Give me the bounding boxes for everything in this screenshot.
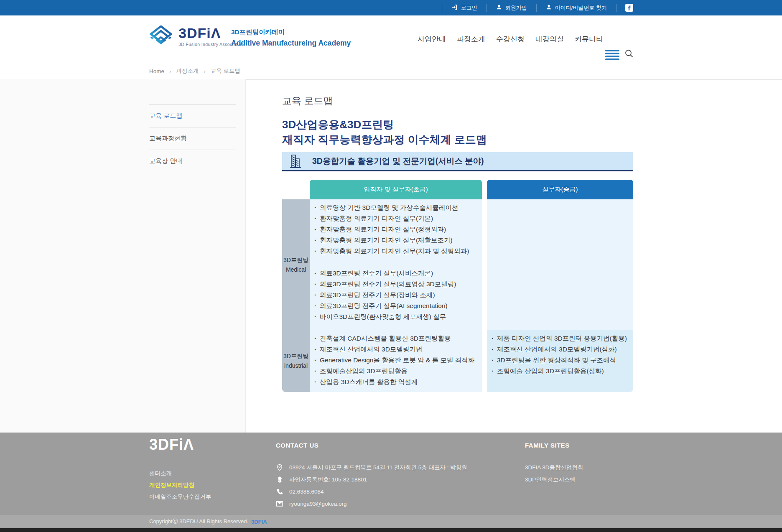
nav-item-community[interactable]: 커뮤니티 — [575, 34, 603, 44]
map-pin-icon — [276, 464, 283, 471]
contact-email-row: ryounga93@gokea.org — [276, 498, 467, 510]
phone-icon — [276, 489, 283, 495]
signup-label: 회원가입 — [505, 4, 527, 12]
footer-link-no-email[interactable]: 이메일주소무단수집거부 — [149, 491, 211, 503]
facebook-icon[interactable] — [625, 4, 633, 12]
course-item: Generative Design을 활용한 로봇 암 & 툴 모델 최적화 — [310, 355, 482, 366]
building-icon — [290, 154, 301, 168]
row-label-medical: 3D프린팅 Medical — [282, 199, 310, 330]
course-item: 의료3D프린팅 전주기 실무(AI segmentation) — [310, 300, 482, 311]
course-item: 제조혁신 산업에서의 3D모델링기법(심화) — [487, 344, 633, 355]
course-item: 환자맞춤형 의료기기 디자인 실무(치과 및 성형외과) — [310, 246, 482, 257]
user-icon — [546, 4, 552, 11]
family-link-3dp[interactable]: 3DP인력정보시스템 — [525, 473, 583, 486]
footer-family-sites: FAMILY SITES 3DFIA 3D융합산업협회 3DP인력정보시스템 — [525, 442, 583, 486]
search-icon[interactable] — [624, 49, 634, 60]
breadcrumb-courses[interactable]: 과정소개 — [176, 67, 199, 75]
footer-contact: CONTACT US 03924 서울시 마포구 월드컵북로 54길 11 전자… — [276, 442, 467, 510]
topbar-divider — [616, 4, 616, 12]
industrial-beginner-cell: 건축설계 CAD시스템을 활용한 3D프린팅활용제조혁신 산업에서의 3D모델링… — [310, 330, 482, 392]
breadcrumb-current: 교육 로드맵 — [211, 67, 240, 75]
top-utility-bar: 로그인 회원가입 아이디/비밀번호 찾기 — [0, 0, 782, 15]
row-label-industrial-line1: 3D프린팅 — [283, 351, 308, 361]
course-item: 건축설계 CAD시스템을 활용한 3D프린팅활용 — [310, 333, 482, 344]
medical-beginner-cell: 의료영상 기반 3D모델링 및 가상수술시뮬레이션환자맞춤형 의료기기 디자인 … — [310, 199, 482, 330]
industry-banner: 3D융합기술 활용기업 및 전문기업(서비스 분야) — [282, 152, 633, 171]
site-footer: 3DFiΛ 센터소개 개인정보처리방침 이메일주소무단수집거부 CONTACT … — [0, 433, 782, 515]
contact-address-row: 03924 서울시 마포구 월드컵북로 54길 11 전자회관 5층 대표자 :… — [276, 461, 467, 473]
course-item: 의료영상 기반 3D모델링 및 가상수술시뮬레이션 — [310, 202, 482, 213]
login-icon — [451, 4, 458, 12]
license-icon — [276, 476, 283, 483]
roadmap-heading: 3D산업응용&3D프린팅 재직자 직무능력향상과정 이수체계 로드맵 — [282, 117, 487, 147]
contact-license: 사업자등록번호: 105-82-18801 — [289, 476, 367, 484]
industrial-intermediate-cell: 제품 디자인 산업의 3D프린터 응용기법(활용)제조혁신 산업에서의 3D모델… — [487, 330, 633, 392]
course-item: 환자맞춤형 의료기기 디자인 실무(기본) — [310, 213, 482, 224]
menu-icon[interactable] — [605, 50, 619, 61]
academy-title: 3D프린팅아카데미 Additive Manufactureing Academ… — [231, 28, 351, 48]
contact-phone-row: 02.6388.6084 — [276, 486, 467, 498]
course-item: 제조혁신 산업에서의 3D모델링기법 — [310, 344, 482, 355]
row-label-medical-line2: Medical — [286, 265, 306, 275]
medical-intermediate-cell — [487, 199, 633, 330]
find-account-link[interactable]: 아이디/비밀번호 찾기 — [536, 4, 616, 12]
footer-links: 센터소개 개인정보처리방침 이메일주소무단수집거부 — [149, 468, 211, 503]
row-label-column: 3D프린팅 Medical 3D프린팅 industrial — [282, 199, 310, 392]
roadmap-heading-line1: 3D산업응용&3D프린팅 — [282, 117, 487, 132]
login-link[interactable]: 로그인 — [442, 4, 487, 12]
course-item: 의료3D프린팅 전주기 실무(장비와 소재) — [310, 290, 482, 300]
course-item: 조형예술 산업의 3D프린팅활용(심화) — [487, 366, 633, 377]
signup-link[interactable]: 회원가입 — [487, 4, 536, 12]
course-item: 환자맞춤형 의료기기 디자인 실무(재활보조기) — [310, 235, 482, 246]
breadcrumb-bar: Home › 과정소개 › 교육 로드맵 — [0, 63, 782, 80]
contact-address: 03924 서울시 마포구 월드컵북로 54길 11 전자회관 5층 대표자 :… — [289, 464, 467, 471]
course-item: 의료3D프린팅 전주기 실무(의료영상 3D모델링) — [310, 279, 482, 290]
nav-item-classroom[interactable]: 내강의실 — [535, 34, 564, 44]
copyright-brand: 3DFIA — [251, 519, 267, 525]
course-item: 조형예술산업의 3D프린팅활용 — [310, 366, 482, 377]
nav-item-enroll[interactable]: 수강신청 — [496, 34, 525, 44]
course-item: 바이오3D프린팅(환자맞춤형 세포재생) 실무 — [310, 311, 482, 322]
course-item — [310, 257, 482, 268]
sidebar-menu: 교육 로드맵 교육과정현황 교육장 안내 — [149, 104, 236, 172]
page-title: 교육 로드맵 — [282, 94, 333, 107]
family-link-3dfia[interactable]: 3DFIA 3D융합산업협회 — [525, 461, 583, 473]
academy-title-english: Additive Manufactureing Academy — [231, 39, 351, 48]
site-logo[interactable]: 3DFiΛ 3D Fusion Industry Association — [149, 25, 244, 51]
sidebar-panel: 교육 로드맵 교육과정현황 교육장 안내 — [0, 79, 246, 433]
mail-icon — [276, 501, 283, 507]
main-nav: 사업안내 과정소개 수강신청 내강의실 커뮤니티 — [418, 15, 603, 63]
contact-license-row: 사업자등록번호: 105-82-18801 — [276, 473, 467, 486]
course-item: 산업용 3D스캐너를 활용한 역설계 — [310, 377, 482, 387]
nav-item-courses[interactable]: 과정소개 — [457, 34, 485, 44]
footer-link-about[interactable]: 센터소개 — [149, 468, 211, 479]
academy-title-korean: 3D프린팅아카데미 — [231, 28, 351, 37]
contact-phone: 02.6388.6084 — [289, 489, 324, 495]
breadcrumb: Home › 과정소개 › 교육 로드맵 — [149, 63, 240, 79]
login-label: 로그인 — [461, 4, 477, 12]
row-label-industrial-line2: industrial — [284, 361, 308, 371]
find-account-label: 아이디/비밀번호 찾기 — [555, 4, 607, 12]
contact-rows: 03924 서울시 마포구 월드컵북로 54길 11 전자회관 5층 대표자 :… — [276, 461, 467, 510]
site-header: 3DFiΛ 3D Fusion Industry Association 3D프… — [0, 15, 782, 63]
roadmap-table: 입직자 및 실무자(초급) 실무자(중급) 3D프린팅 Medical 3D프린… — [282, 180, 633, 392]
course-item: 제품 디자인 산업의 3D프린터 응용기법(활용) — [487, 333, 633, 344]
course-item: 환자맞춤형 의료기기 디자인 실무(정형외과) — [310, 224, 482, 235]
course-item: 의료3D프린팅 전주기 실무(서비스개론) — [310, 268, 482, 279]
sidebar-item-course-status[interactable]: 교육과정현황 — [149, 127, 236, 150]
copyright: Copyrightⓒ 3DEDU All Rights Reserved. 3D… — [149, 515, 267, 528]
breadcrumb-home[interactable]: Home — [149, 68, 164, 74]
column-header-beginner: 입직자 및 실무자(초급) — [310, 180, 482, 199]
row-label-medical-line1: 3D프린팅 — [283, 255, 308, 265]
copyright-bar: Copyrightⓒ 3DEDU All Rights Reserved. 3D… — [0, 515, 782, 528]
copyright-text: Copyrightⓒ 3DEDU All Rights Reserved. — [149, 518, 248, 525]
contact-email: ryounga93@gokea.org — [289, 501, 347, 507]
sidebar-item-roadmap[interactable]: 교육 로드맵 — [149, 104, 236, 127]
nav-item-business[interactable]: 사업안내 — [418, 34, 446, 44]
sidebar-item-training-center[interactable]: 교육장 안내 — [149, 150, 236, 172]
contact-title: CONTACT US — [276, 442, 467, 449]
page-bottom-strip — [0, 528, 782, 532]
footer-link-privacy[interactable]: 개인정보처리방침 — [149, 479, 211, 491]
page-body: 교육 로드맵 교육과정현황 교육장 안내 교육 로드맵 3D산업응용&3D프린팅… — [0, 79, 782, 433]
row-label-industrial: 3D프린팅 industrial — [282, 330, 310, 392]
